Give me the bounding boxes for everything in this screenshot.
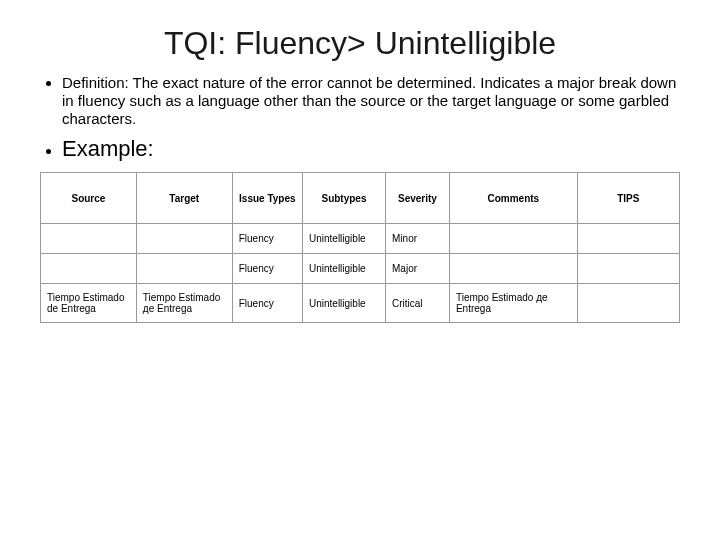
col-severity: Severity (386, 173, 450, 224)
col-subtype: Subtypes (302, 173, 385, 224)
cell-source (41, 224, 137, 254)
col-source: Source (41, 173, 137, 224)
cell-comments (449, 224, 577, 254)
cell-tips (577, 224, 679, 254)
definition-label: Definition: (62, 74, 133, 91)
cell-comments (449, 254, 577, 284)
cell-tips (577, 254, 679, 284)
cell-issue: Fluency (232, 254, 302, 284)
cell-severity: Minor (386, 224, 450, 254)
cell-issue: Fluency (232, 224, 302, 254)
example-bullet: Example: (62, 136, 680, 162)
cell-subtype: Unintelligible (302, 254, 385, 284)
table-row: Fluency Unintelligible Major (41, 254, 680, 284)
cell-source (41, 254, 137, 284)
slide: TQI: Fluency> Unintelligible Definition:… (0, 0, 720, 353)
cell-source: Tiempo Estimado de Entrega (41, 284, 137, 323)
col-comments: Comments (449, 173, 577, 224)
col-issue: Issue Types (232, 173, 302, 224)
cell-subtype: Unintelligible (302, 224, 385, 254)
cell-severity: Critical (386, 284, 450, 323)
table-row: Fluency Unintelligible Minor (41, 224, 680, 254)
bullet-list: Definition: The exact nature of the erro… (40, 74, 680, 162)
example-label: Example: (62, 136, 154, 161)
table-row: Tiempo Estimado de Entrega Tiempo Estima… (41, 284, 680, 323)
cell-severity: Major (386, 254, 450, 284)
table-header-row: Source Target Issue Types Subtypes Sever… (41, 173, 680, 224)
definition-text: The exact nature of the error cannot be … (62, 74, 676, 127)
definition-bullet: Definition: The exact nature of the erro… (62, 74, 680, 128)
col-tips: TIPS (577, 173, 679, 224)
col-target: Target (136, 173, 232, 224)
cell-tips (577, 284, 679, 323)
cell-comments: Tiempo Estimado де Entrega (449, 284, 577, 323)
example-table: Source Target Issue Types Subtypes Sever… (40, 172, 680, 323)
cell-issue: Fluency (232, 284, 302, 323)
cell-subtype: Unintelligible (302, 284, 385, 323)
cell-target (136, 254, 232, 284)
slide-title: TQI: Fluency> Unintelligible (40, 25, 680, 62)
cell-target: Tiempo Estimado де Entrega (136, 284, 232, 323)
cell-target (136, 224, 232, 254)
